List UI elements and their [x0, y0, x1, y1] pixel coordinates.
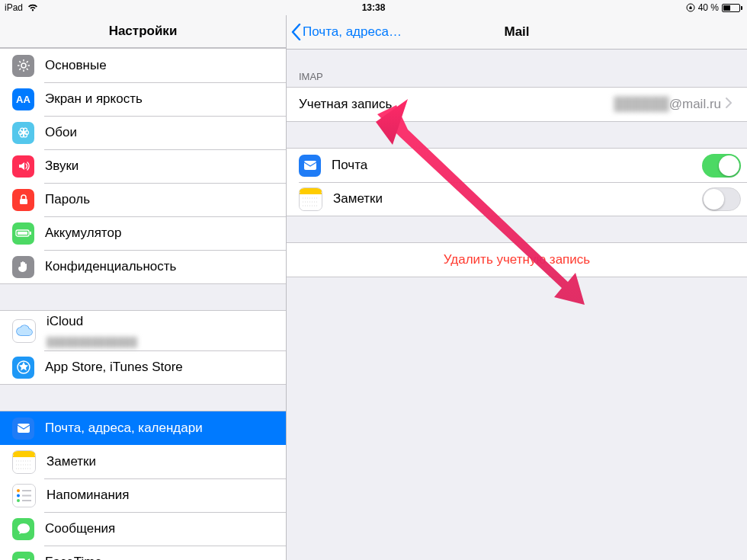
flower-icon	[12, 122, 34, 144]
status-bar: iPad 13:38 40 %	[0, 0, 747, 15]
svg-point-31	[17, 494, 20, 497]
sidebar-item-reminders[interactable]: Напоминания	[0, 478, 286, 512]
svg-rect-40	[300, 193, 322, 194]
svg-rect-37	[304, 161, 316, 170]
sidebar-item-icloud[interactable]: iCloud██████████████	[0, 311, 286, 350]
sidebar-item-label: Звуки	[45, 158, 286, 174]
sidebar-item-label: Основные	[45, 58, 286, 73]
svg-rect-25	[13, 456, 35, 457]
sidebar-header: Настройки	[0, 15, 286, 48]
mail-icon	[12, 418, 34, 440]
toggle-mail[interactable]	[702, 154, 741, 178]
sidebar-item-appstore[interactable]: App Store, iTunes Store	[0, 350, 286, 384]
delete-account-button[interactable]: Удалить учетную запись	[287, 243, 747, 277]
back-button[interactable]: Почта, адреса…	[291, 24, 402, 40]
account-value: ██████@mail.ru	[614, 97, 721, 112]
sidebar-item-battery[interactable]: Аккумулятор	[0, 216, 286, 250]
sidebar-item-sub: ██████████████	[46, 337, 137, 347]
account-row[interactable]: Учетная запись ██████@mail.ru	[287, 88, 747, 121]
detail-pane: Почта, адреса… Mail IMAP Учетная запись …	[287, 15, 747, 560]
speaker-icon	[12, 155, 34, 178]
chevron-right-icon	[726, 98, 732, 111]
svg-point-30	[17, 489, 20, 492]
svg-rect-19	[18, 232, 27, 235]
sidebar-item-label: FaceTime	[45, 555, 286, 560]
sidebar-item-facetime[interactable]: FaceTime	[0, 546, 286, 560]
reminders-icon	[12, 484, 36, 507]
detail-header: Почта, адреса… Mail	[287, 15, 747, 50]
cloud-icon	[12, 319, 36, 343]
rotation-lock-icon	[686, 3, 695, 12]
battery-icon	[722, 4, 742, 12]
service-label: Заметки	[333, 191, 702, 206]
sidebar-item-label: Пароль	[45, 192, 286, 207]
gear-icon	[12, 55, 34, 77]
service-row-mail: Почта	[287, 149, 747, 182]
status-time: 13:38	[0, 2, 747, 13]
svg-line-9	[26, 62, 27, 63]
sidebar-item-label: Экран и яркость	[45, 91, 286, 107]
svg-rect-22	[18, 424, 30, 433]
svg-point-32	[17, 499, 20, 502]
service-row-notes: Заметки	[287, 182, 747, 216]
svg-point-1	[21, 63, 26, 68]
AA-icon: AA	[12, 88, 34, 110]
sidebar-item-label: Напоминания	[46, 488, 286, 503]
sidebar-item-display[interactable]: AAЭкран и яркость	[0, 82, 286, 116]
service-label: Почта	[332, 158, 702, 173]
facetime-icon	[12, 552, 34, 560]
back-label: Почта, адреса…	[303, 24, 402, 40]
battery-icon	[12, 222, 34, 245]
sidebar-item-notes[interactable]: Заметки	[0, 445, 286, 478]
svg-rect-17	[20, 199, 27, 204]
svg-rect-20	[30, 232, 31, 235]
sidebar-item-label: Обои	[45, 125, 286, 140]
hand-icon	[12, 256, 34, 278]
sidebar-item-sounds[interactable]: Звуки	[0, 149, 286, 183]
sidebar-item-passcode[interactable]: Пароль	[0, 183, 286, 216]
sidebar-item-privacy[interactable]: Конфиденциальность	[0, 250, 286, 283]
messages-icon	[12, 518, 34, 540]
sidebar-item-general[interactable]: Основные	[0, 49, 286, 82]
sidebar-item-label: Конфиденциальность	[45, 259, 286, 274]
svg-line-3	[26, 69, 27, 70]
sidebar-item-label: Заметки	[46, 454, 286, 469]
detail-title: Mail	[504, 24, 529, 40]
sidebar-item-label: Аккумулятор	[45, 226, 286, 241]
sidebar-title: Настройки	[109, 24, 178, 39]
sidebar-item-wallpaper[interactable]: Обои	[0, 116, 286, 149]
sidebar-item-messages[interactable]: Сообщения	[0, 512, 286, 546]
battery-text: 40 %	[698, 2, 719, 13]
delete-account-label: Удалить учетную запись	[287, 243, 747, 277]
sidebar-item-label: Сообщения	[45, 521, 286, 536]
svg-line-5	[19, 69, 21, 70]
section-header-imap: IMAP	[287, 50, 747, 87]
svg-line-7	[19, 62, 21, 63]
appstore-icon	[12, 357, 34, 379]
sidebar-item-label: iCloud	[46, 314, 137, 338]
sidebar-item-mail[interactable]: Почта, адреса, календари	[0, 411, 286, 445]
notes-icon	[299, 187, 322, 211]
mail-icon	[299, 155, 321, 177]
account-label: Учетная запись	[299, 97, 614, 112]
sidebar-item-label: App Store, iTunes Store	[45, 360, 286, 375]
lock-icon	[12, 189, 34, 211]
toggle-notes[interactable]	[702, 187, 741, 211]
sidebar-item-label: Почта, адреса, календари	[45, 421, 286, 436]
notes-icon	[12, 450, 36, 474]
settings-sidebar: Настройки ОсновныеAAЭкран и яркостьОбоиЗ…	[0, 15, 287, 560]
